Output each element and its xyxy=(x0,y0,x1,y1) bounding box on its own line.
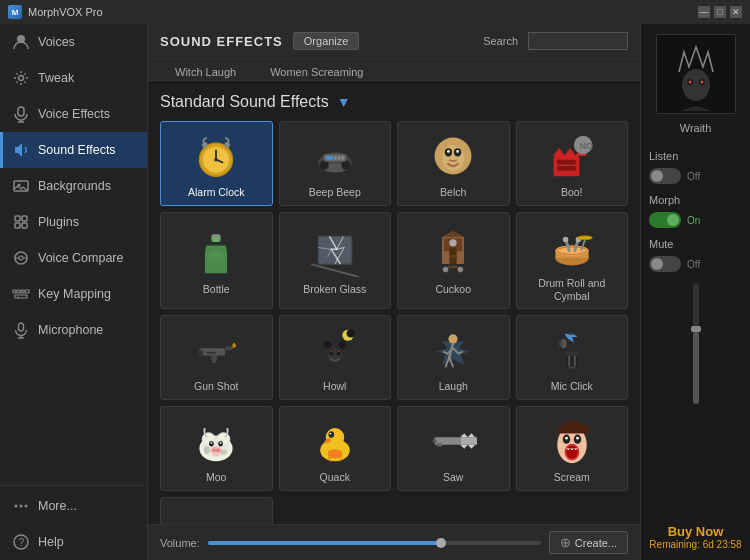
svg-point-109 xyxy=(217,449,220,452)
volume-slider[interactable] xyxy=(208,541,541,545)
sound-icon-belch xyxy=(427,130,479,182)
svg-rect-57 xyxy=(213,235,220,238)
volume-thumb[interactable] xyxy=(436,538,446,548)
right-volume-track[interactable] xyxy=(693,284,699,404)
sound-label-gun-shot: Gun Shot xyxy=(194,380,238,393)
sidebar-item-voice-effects[interactable]: Voice Effects xyxy=(0,96,147,132)
mute-toggle-row: Off xyxy=(649,256,742,272)
sidebar-item-sound-effects[interactable]: Sound Effects xyxy=(0,132,147,168)
tabs-bar: Witch Laugh Women Screaming xyxy=(148,59,640,83)
create-button[interactable]: ⊕ Create... xyxy=(549,531,628,554)
tab-witch-laugh[interactable]: Witch Laugh xyxy=(160,60,251,83)
svg-rect-42 xyxy=(334,156,337,160)
sound-item-moo[interactable]: Moo xyxy=(160,406,273,491)
sound-item-broken-glass[interactable]: Broken Glass xyxy=(279,212,392,309)
sound-item-beep-beep[interactable]: Beep Beep xyxy=(279,121,392,206)
sidebar-item-voice-compare[interactable]: Voice Compare xyxy=(0,240,147,276)
sound-item-cuckoo[interactable]: Cuckoo xyxy=(397,212,510,309)
sidebar-item-plugins[interactable]: Plugins xyxy=(0,204,147,240)
close-button[interactable]: ✕ xyxy=(730,6,742,18)
create-plus-icon: ⊕ xyxy=(560,535,571,550)
svg-rect-98 xyxy=(559,341,563,347)
sound-item-mic-click[interactable]: Mic Click xyxy=(516,315,629,400)
titlebar: M MorphVOX Pro — □ ✕ xyxy=(0,0,750,24)
svg-point-56 xyxy=(209,252,224,258)
mute-toggle[interactable] xyxy=(649,256,681,272)
sound-item-quack[interactable]: Quack xyxy=(279,406,392,491)
sound-item-scream[interactable]: Scream xyxy=(516,406,629,491)
sound-icon-gun-shot xyxy=(190,324,242,376)
svg-point-73 xyxy=(563,237,569,243)
svg-point-88 xyxy=(338,351,339,352)
svg-point-39 xyxy=(341,161,350,170)
sound-icon-boo: NO xyxy=(546,130,598,182)
svg-rect-18 xyxy=(25,290,29,293)
svg-point-26 xyxy=(20,505,23,508)
sound-label-boo: Boo! xyxy=(561,186,583,199)
sidebar-label-sound-effects: Sound Effects xyxy=(38,143,116,157)
sound-item-boo[interactable]: NO Boo! xyxy=(516,121,629,206)
collapse-icon[interactable]: ▼ xyxy=(337,94,351,110)
sidebar-item-backgrounds[interactable]: Backgrounds xyxy=(0,168,147,204)
svg-point-75 xyxy=(577,236,592,240)
sound-icon-laugh xyxy=(427,324,479,376)
key-mapping-icon: A S xyxy=(12,285,30,303)
sound-item-gun-shot[interactable]: Gun Shot xyxy=(160,315,273,400)
search-input[interactable] xyxy=(528,32,628,50)
svg-text:NO: NO xyxy=(579,141,593,151)
sound-icon-broken-glass xyxy=(309,227,361,279)
right-volume-thumb[interactable] xyxy=(691,326,701,332)
sidebar-item-microphone[interactable]: Microphone xyxy=(0,312,147,348)
sidebar-label-microphone: Microphone xyxy=(38,323,103,337)
more-icon xyxy=(12,497,30,515)
create-label: Create... xyxy=(575,537,617,549)
svg-point-123 xyxy=(565,437,568,440)
titlebar-controls[interactable]: — □ ✕ xyxy=(698,6,742,18)
sound-item-bottle[interactable]: Bottle xyxy=(160,212,273,309)
tab-women-screaming[interactable]: Women Screaming xyxy=(255,60,378,83)
voices-icon xyxy=(12,33,30,51)
listen-label: Listen xyxy=(649,150,678,162)
mute-toggle-thumb xyxy=(651,258,663,270)
svg-rect-95 xyxy=(574,356,576,367)
sound-item-drum-roll[interactable]: Drum Roll and Cymbal xyxy=(516,212,629,309)
svg-rect-62 xyxy=(450,255,457,258)
sidebar-item-tweak[interactable]: Tweak xyxy=(0,60,147,96)
sidebar-item-key-mapping[interactable]: A S Key Mapping xyxy=(0,276,147,312)
sidebar-item-help[interactable]: ? Help xyxy=(0,524,147,560)
organize-button[interactable]: Organize xyxy=(293,32,360,50)
mute-label: Mute xyxy=(649,238,673,250)
sound-item-car[interactable] xyxy=(160,497,273,524)
svg-rect-41 xyxy=(326,156,333,160)
svg-rect-16 xyxy=(17,290,20,293)
maximize-button[interactable]: □ xyxy=(714,6,726,18)
sound-grid: Alarm Clock Beep Beep Belch NO xyxy=(160,121,628,524)
svg-point-50 xyxy=(456,150,459,153)
section-header: Standard Sound Effects ▼ xyxy=(160,93,628,111)
listen-state: Off xyxy=(687,171,700,182)
buy-now-text[interactable]: Buy Now xyxy=(649,524,741,539)
sound-label-cuckoo: Cuckoo xyxy=(435,283,471,296)
svg-point-87 xyxy=(330,351,331,352)
sound-label-laugh: Laugh xyxy=(439,380,468,393)
right-volume-fill xyxy=(693,332,699,404)
sound-item-belch[interactable]: Belch xyxy=(397,121,510,206)
avatar-label: Wraith xyxy=(680,122,712,134)
sound-item-laugh[interactable]: Laugh xyxy=(397,315,510,400)
svg-rect-43 xyxy=(338,156,341,160)
svg-point-106 xyxy=(220,442,222,444)
sound-item-alarm-clock[interactable]: Alarm Clock xyxy=(160,121,273,206)
svg-point-36 xyxy=(225,142,231,148)
sidebar-item-voices[interactable]: Voices xyxy=(0,24,147,60)
controls-area: Listen Off Morph On Mute xyxy=(649,146,742,272)
listen-toggle[interactable] xyxy=(649,168,681,184)
svg-point-27 xyxy=(25,505,28,508)
sidebar-item-more[interactable]: More... xyxy=(0,488,147,524)
tweak-icon xyxy=(12,69,30,87)
morph-toggle[interactable] xyxy=(649,212,681,228)
sound-item-saw[interactable]: Saw xyxy=(397,406,510,491)
sound-item-howl[interactable]: Howl xyxy=(279,315,392,400)
minimize-button[interactable]: — xyxy=(698,6,710,18)
svg-point-91 xyxy=(449,335,458,344)
sound-content[interactable]: Standard Sound Effects ▼ Alarm Clock xyxy=(148,83,640,524)
